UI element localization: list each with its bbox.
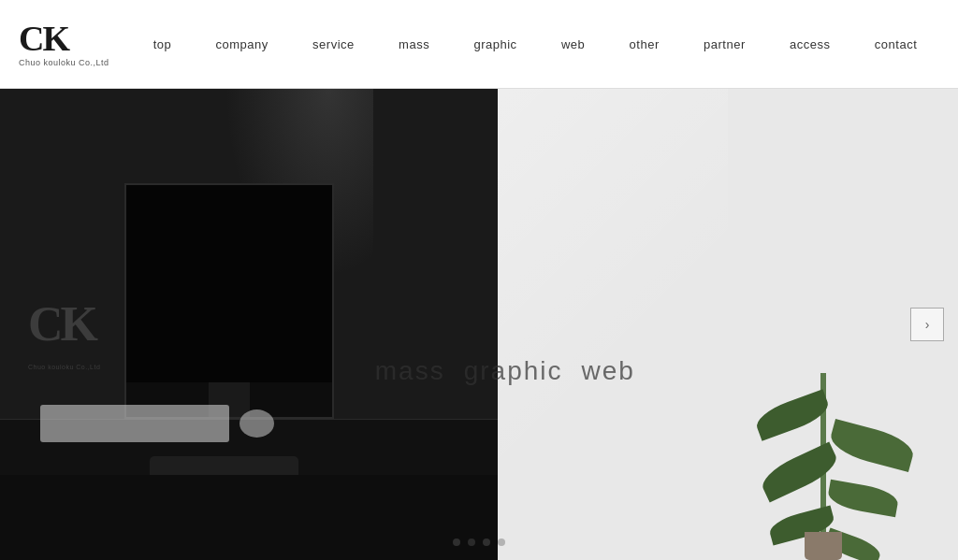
slider-dots (453, 538, 505, 546)
nav-contact[interactable]: contact (869, 34, 922, 55)
monitor-screen (126, 185, 332, 382)
nav-top[interactable]: top (148, 34, 178, 55)
nav-access[interactable]: access (784, 34, 835, 55)
slider-next-button[interactable]: › (910, 308, 944, 341)
floor (0, 475, 498, 560)
hero-slider: CK Chuo kouloku Co.,Ltd (0, 89, 958, 560)
monitor (124, 183, 334, 419)
mouse (240, 409, 274, 438)
hero-word-mass: mass (375, 356, 445, 386)
hero-text-overlay: mass graphic web (375, 356, 635, 386)
dot-4[interactable] (498, 538, 505, 546)
leaf-2 (827, 419, 917, 472)
site-header: CK Chuo kouloku Co.,Ltd top company serv… (0, 0, 958, 89)
nav-service[interactable]: service (307, 34, 360, 55)
leaf-1 (753, 389, 833, 441)
nav-mass[interactable]: mass (393, 34, 435, 55)
logo-area[interactable]: CK Chuo kouloku Co.,Ltd (19, 21, 131, 67)
watermark-tagline: Chuo kouloku Co.,Ltd (28, 364, 100, 370)
light-beam (498, 89, 728, 560)
hero-word-graphic: graphic (464, 356, 563, 386)
dot-3[interactable] (483, 538, 490, 546)
hero-background: CK Chuo kouloku Co.,Ltd (0, 89, 958, 560)
keyboard (40, 405, 229, 442)
nav-other[interactable]: other (624, 34, 665, 55)
plant (758, 205, 889, 560)
nav-web[interactable]: web (556, 34, 590, 55)
nav-company[interactable]: company (210, 34, 274, 55)
watermark-logo: CK (28, 300, 95, 349)
logo-tagline: Chuo kouloku Co.,Ltd (19, 58, 109, 67)
leaf-4 (826, 480, 900, 518)
plant-pot (805, 532, 842, 560)
dot-2[interactable] (468, 538, 475, 546)
main-nav: top company service mass graphic web oth… (131, 34, 939, 55)
hero-word-web: web (582, 356, 635, 386)
nav-graphic[interactable]: graphic (468, 34, 522, 55)
hero-right-panel (498, 89, 958, 560)
dot-1[interactable] (453, 538, 460, 546)
logo[interactable]: CK (19, 21, 68, 56)
nav-partner[interactable]: partner (698, 34, 751, 55)
hero-left-panel: CK Chuo kouloku Co.,Ltd (0, 89, 498, 560)
